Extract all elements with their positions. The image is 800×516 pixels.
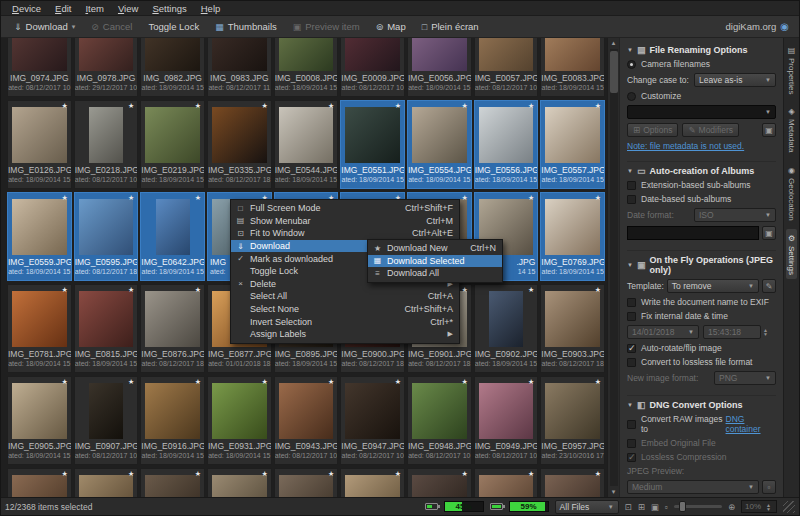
- thumbnail-cell[interactable]: ★: [274, 468, 339, 497]
- thumbnail-cell[interactable]: ★IMG_E0947.JPGated: 08/12/2017 10: [340, 376, 405, 465]
- menu-item-select-all[interactable]: Select AllCtrl+A: [231, 290, 459, 303]
- thumbnail-cell[interactable]: ★: [407, 468, 472, 497]
- metadata-note-link[interactable]: Note: file metadata is not used.: [627, 141, 744, 151]
- thumbnail-cell[interactable]: ★IMG_E0903.JPGated: 08/12/2017 18: [540, 284, 605, 373]
- thumbnail-cell[interactable]: ★IMG_E0769.JPGated: 18/09/2014 15: [540, 192, 605, 281]
- scroll-up-icon[interactable]: ▴: [612, 38, 616, 48]
- thumbnail-cell[interactable]: IMG_E0009.JPGated: 08/12/2017 10: [340, 38, 405, 97]
- new-format-select[interactable]: PNG ▼: [714, 371, 776, 385]
- zoom-in-icon[interactable]: ⊕: [728, 502, 735, 512]
- thumbnail-cell[interactable]: IMG_0982.JPGated: 18/09/2014 15: [140, 38, 205, 97]
- thumbnail-cell[interactable]: IMG_E0056.JPGated: 18/09/2014 15: [407, 38, 472, 97]
- thumbnail-cell[interactable]: ★IMG_E0916.JPGated: 18/09/2014 15: [140, 376, 205, 465]
- vertical-scrollbar[interactable]: ▴ ▾: [607, 38, 619, 497]
- thumbnail-cell[interactable]: ★IMG_E0943.JPGated: 08/12/2017 10: [274, 376, 339, 465]
- menu-item-invert-selection[interactable]: Invert SelectionCtrl+*: [231, 315, 459, 328]
- zoom-slider-handle[interactable]: [679, 501, 686, 512]
- thumbnail-cell[interactable]: ★IMG_E0559.JPGated: 18/09/2014 15: [7, 192, 72, 281]
- thumbnail-cell[interactable]: ★: [207, 468, 272, 497]
- dng-container-link[interactable]: DNG container: [726, 414, 776, 434]
- thumbnail-cell[interactable]: ★IMG_E0931.JPGated: 18/09/2014 15: [207, 376, 272, 465]
- menu-view[interactable]: View: [111, 2, 145, 15]
- thumbnail-cell[interactable]: ★IMG_E0902.JPGated: 18/09/2014 15: [474, 284, 539, 373]
- checkbox-fix-datetime[interactable]: Fix internal date & time: [627, 311, 776, 321]
- thumbnail-cell[interactable]: IMG_E0083.JPGated: 18/09/2014 15: [540, 38, 605, 97]
- map-button[interactable]: ⊚Map: [369, 19, 413, 34]
- menu-help[interactable]: Help: [194, 2, 228, 15]
- view-mode-icon[interactable]: ▣: [651, 502, 659, 512]
- jpeg-preview-select[interactable]: Medium ▼: [627, 480, 759, 494]
- scroll-down-icon[interactable]: ▾: [612, 487, 616, 497]
- zoom-original-icon[interactable]: ⊞: [638, 502, 645, 512]
- checkbox-date-subalbums[interactable]: Date-based sub-albums: [627, 194, 776, 204]
- thumbnail-cell[interactable]: ★IMG_E0219.JPGated: 18/09/2014 15: [140, 100, 205, 189]
- thumbnail-cell[interactable]: ★IMG_E0949.JPGated: 08/12/2017 10: [474, 376, 539, 465]
- thumbnail-cell[interactable]: ★: [140, 468, 205, 497]
- modifiers-button[interactable]: ✎ Modifiers: [682, 123, 739, 137]
- dng-info-button[interactable]: ▫: [762, 480, 776, 494]
- tab-properties[interactable]: ▤Properties: [786, 41, 797, 99]
- menu-item[interactable]: Item: [78, 2, 110, 15]
- tab-settings[interactable]: ⚙Settings: [786, 229, 797, 280]
- spinner-arrows-icon[interactable]: ▲▼: [761, 328, 770, 336]
- checkbox-convert-raw[interactable]: Convert RAW images to DNG container: [627, 414, 776, 434]
- menu-item-show-menubar[interactable]: ▤Show MenubarCtrl+M: [231, 215, 459, 228]
- date-format-select[interactable]: ISO ▼: [694, 208, 776, 222]
- thumbnail-cell[interactable]: ★IMG_E0551.JPGated: 18/09/2014 15: [340, 100, 405, 189]
- time-spinner[interactable]: 15:43:18: [703, 325, 761, 339]
- file-filter-select[interactable]: All Files ▼: [555, 500, 619, 514]
- resize-grip[interactable]: [783, 501, 795, 513]
- thumbnail-cell[interactable]: IMG_0983.JPGated: 08/12/2017 11: [207, 38, 272, 97]
- section-header-file-renaming[interactable]: ▼ ▤ File Renaming Options: [627, 45, 776, 55]
- preview-item-button[interactable]: ▣Preview item: [286, 19, 367, 34]
- menu-item-fit-to-window[interactable]: ⊡Fit to WindowCtrl+Alt+E: [231, 227, 459, 240]
- checkbox-exif-docname[interactable]: Write the document name to EXIF: [627, 297, 776, 307]
- checkbox-lossless-compression[interactable]: Lossless Compression: [627, 452, 776, 462]
- menu-settings[interactable]: Settings: [145, 2, 193, 15]
- menu-device[interactable]: Device: [5, 2, 48, 15]
- thumbnail-cell[interactable]: IMG_E0057.JPGated: 08/12/2017 10: [474, 38, 539, 97]
- tab-metadata[interactable]: ◈Metadata: [786, 102, 797, 157]
- scrollbar-thumb[interactable]: [610, 51, 618, 93]
- options-button[interactable]: ⊞ Options: [627, 123, 678, 137]
- menu-item-download-selected[interactable]: ▦Download Selected: [368, 255, 502, 268]
- thumbnail-cell[interactable]: ★IMG_E0218.JPGated: 08/12/2017 10: [74, 100, 139, 189]
- scrollbar-track[interactable]: [610, 49, 618, 486]
- zoom-percent-box[interactable]: 10% ▲▼: [741, 500, 777, 513]
- thumbnail-cell[interactable]: ★IMG_E0957.JPGated: 23/10/2016 17: [540, 376, 605, 465]
- thumbnail-cell[interactable]: ★IMG_E0595.JPGated: 08/12/2017 18: [74, 192, 139, 281]
- rename-pattern-input[interactable]: ▼: [627, 105, 776, 119]
- menu-item-select-none[interactable]: Select NoneCtrl+Shift+A: [231, 303, 459, 316]
- section-header-auto-albums[interactable]: ▼ ▭ Auto-creation of Albums: [627, 166, 776, 176]
- zoom-spinner-icon[interactable]: ▲▼: [764, 503, 773, 511]
- checkbox-extension-subalbums[interactable]: Extension-based sub-albums: [627, 180, 776, 190]
- thumbnail-cell[interactable]: IMG_0974.JPGated: 08/12/2017 10: [7, 38, 72, 97]
- section-header-dng-convert[interactable]: ▼ ◧ DNG Convert Options: [627, 400, 776, 410]
- radio-customize[interactable]: Customize: [627, 91, 776, 101]
- checkbox-lossless-convert[interactable]: Convert to lossless file format: [627, 357, 776, 367]
- template-select[interactable]: To remove ▼: [667, 279, 759, 293]
- menu-item-download-all[interactable]: ≡Download All: [368, 267, 502, 280]
- checkbox-autorotate[interactable]: Auto-rotate/flip image: [627, 343, 776, 353]
- thumbnail-cell[interactable]: IMG_0978.JPGated: 29/12/2017 10: [74, 38, 139, 97]
- radio-camera-filenames[interactable]: Camera filenames: [627, 59, 776, 69]
- thumbnail-cell[interactable]: ★IMG_E0557.JPGated: 18/09/2014 15: [540, 100, 605, 189]
- checkbox-embed-original[interactable]: Embed Original File: [627, 438, 776, 448]
- album-pattern-input[interactable]: [627, 226, 759, 240]
- thumbnail-cell[interactable]: IMG_E0008.JPGated: 18/09/2014 15: [274, 38, 339, 97]
- menu-item-assign-labels[interactable]: Assign Labels▶: [231, 328, 459, 341]
- template-edit-button[interactable]: ✎: [762, 279, 776, 293]
- change-case-select[interactable]: Leave as-is ▼: [694, 73, 776, 87]
- thumbnail-cell[interactable]: ★IMG_E0544.JPGated: 18/09/2014 15: [274, 100, 339, 189]
- thumbnail-cell[interactable]: ★: [340, 468, 405, 497]
- thumbnail-cell[interactable]: ★IMG_E0781.JPGated: 18/09/2014 15: [7, 284, 72, 373]
- section-header-on-the-fly[interactable]: ▼ ▣ On the Fly Operations (JPEG only): [627, 255, 776, 275]
- thumbnails-button[interactable]: ▦Thumbnails: [208, 19, 284, 34]
- thumbnail-cell[interactable]: ★: [540, 468, 605, 497]
- thumbnail-cell[interactable]: ★: [474, 468, 539, 497]
- toggle-lock-button[interactable]: Toggle Lock: [141, 19, 206, 34]
- menu-item-full-screen-mode[interactable]: □Full Screen ModeCtrl+Shift+F: [231, 202, 459, 215]
- menu-edit[interactable]: Edit: [48, 2, 78, 15]
- zoom-fit-icon[interactable]: ⊡: [625, 502, 632, 512]
- cancel-button[interactable]: ⊘Cancel: [84, 19, 139, 34]
